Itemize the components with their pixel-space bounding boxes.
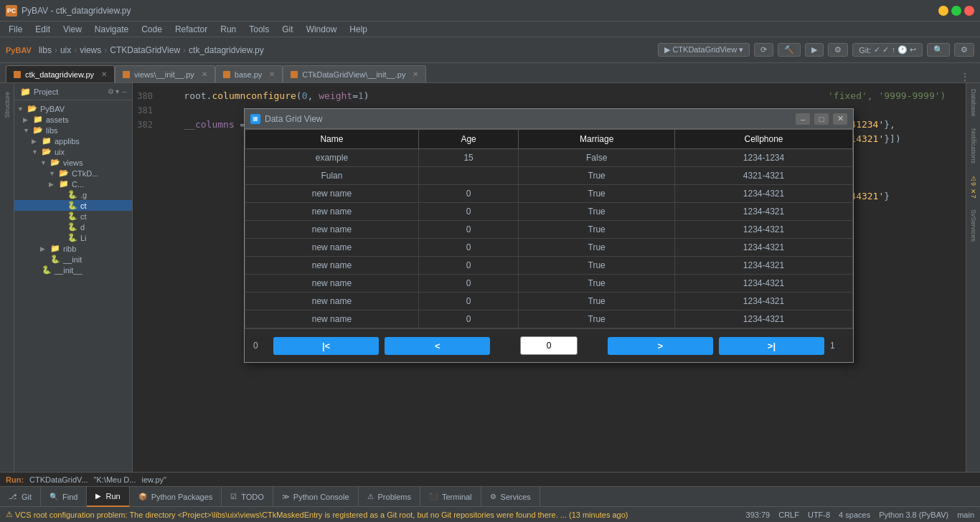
tab-ctk-datagridview[interactable]: ctk_datagridview.py ✕ [6,65,115,82]
bottom-tab-terminal[interactable]: ⬛ Terminal [420,487,481,507]
page-first-btn[interactable]: |< [273,337,379,355]
bottom-tab-git[interactable]: ⎇ Git [0,487,41,507]
sidebar-menu-btn[interactable]: ⚙ ▾ [108,87,120,95]
tab-views-init[interactable]: views\__init__.py ✕ [115,65,215,82]
cell-cellphone-8: 1234-4321 [675,293,853,310]
dialog-title-text: Data Grid View [265,114,791,124]
dialog-close-btn[interactable]: ✕ [833,113,847,125]
menu-window[interactable]: Window [301,23,343,36]
project-sidebar: 📁 Project ⚙ ▾ – ▼ 📂 PyBAV ▶ 📁 assets ▼ 📂… [14,83,133,472]
bottom-tab-run[interactable]: ▶ Run [87,487,129,507]
page-input[interactable] [520,336,578,355]
breadcrumb-uix[interactable]: uix [60,45,71,55]
bottom-tab-problems[interactable]: ⚠ Problems [359,487,420,507]
maximize-button[interactable] [951,6,961,16]
tab-ctk-init[interactable]: CTkDataGridView\__init__.py ✕ [283,65,426,82]
dialog-minimize-btn[interactable]: – [796,113,810,125]
menu-file[interactable]: File [3,23,28,36]
bottom-tab-python-console[interactable]: ≫ Python Console [273,487,359,507]
toolbar-run-btn[interactable]: ▶ [805,43,824,57]
tab-base[interactable]: base.py ✕ [215,65,283,82]
status-encoding[interactable]: UTF-8 [808,511,830,519]
menu-refactor[interactable]: Refactor [169,23,213,36]
title-bar: PC PyBAV - ctk_datagridview.py [0,0,980,22]
tree-init-file[interactable]: 🐍 __init [14,254,132,265]
tab-close-2[interactable]: ✕ [202,70,207,78]
status-user: main [957,511,974,519]
minimize-button[interactable] [938,6,948,16]
tab-more-btn[interactable]: ⋮ [956,71,974,82]
cell-age-5: 0 [418,239,518,257]
page-last-btn[interactable]: >| [719,337,824,355]
toolbar-settings-btn[interactable]: ⚙ [954,43,974,57]
page-next-btn[interactable]: > [608,337,713,355]
menu-help[interactable]: Help [344,23,373,36]
menu-git[interactable]: Git [276,23,298,36]
sidebar-collapse-btn[interactable]: – [122,87,126,95]
menu-code[interactable]: Code [136,23,168,36]
bottom-tab-git-label: Git [22,493,32,501]
tab-close-1[interactable]: ✕ [101,70,107,78]
tree-li-file[interactable]: 🐍 Li [14,232,132,243]
menu-navigate[interactable]: Navigate [89,23,134,36]
status-line-ending[interactable]: CRLF [778,511,799,519]
code-editor[interactable]: 380 root.columnconfigure(0, weight=1) 38… [133,83,966,472]
breadcrumb-ctk[interactable]: CTKDataGridView [110,45,180,55]
page-prev-btn[interactable]: < [385,337,490,355]
tree-views[interactable]: ▼ 📂 views [14,157,132,168]
run-config-btn[interactable]: ▶ CTKDataGridView ▾ [658,43,750,57]
breadcrumb-libs[interactable]: libs [39,45,52,55]
menu-tools[interactable]: Tools [243,23,275,36]
tree-uix[interactable]: ▼ 📂 uix [14,146,132,157]
breadcrumb-views[interactable]: views [80,45,101,55]
close-button[interactable] [964,6,974,16]
menu-edit[interactable]: Edit [29,23,56,36]
breadcrumb-file[interactable]: ctk_datagridview.py [189,45,264,55]
title-bar-controls[interactable] [938,6,974,16]
dialog-body: Name Age Marriage Cellphone example 15 F… [245,129,853,362]
toolbar-build-btn[interactable]: 🔨 [778,43,801,57]
cell-name-5: new name [245,239,419,257]
tree-init2-file[interactable]: 🐍 __init__ [14,265,132,275]
menu-view[interactable]: View [57,23,88,36]
tab-label-3: base.py [235,70,263,79]
tree-folder-uix: 📂 [42,147,52,156]
tree-assets[interactable]: ▶ 📁 assets [14,114,132,125]
tree-root[interactable]: ▼ 📂 PyBAV [14,103,132,114]
status-indent[interactable]: 4 spaces [839,511,870,519]
dialog-maximize-btn[interactable]: □ [814,113,829,125]
bottom-tab-find[interactable]: 🔍 Find [41,487,87,507]
tree-applibs-label: applibs [55,137,80,146]
bottom-tab-todo[interactable]: ☑ TODO [222,487,273,507]
tree-ctkd-sub1[interactable]: ▶ 📁 C... [14,179,132,189]
line-num-381: 381 [133,103,161,118]
toolbar-refresh-btn[interactable]: ⟳ [754,43,773,57]
tree-ct2-file[interactable]: 🐍 ct [14,211,132,222]
tree-d-file[interactable]: 🐍 d [14,222,132,232]
bottom-tab-console-label: Python Console [293,493,349,501]
tree-ctkd[interactable]: ▼ 📂 CTkD... [14,168,132,179]
tree-folder-views: 📂 [50,158,60,167]
tab-close-3[interactable]: ✕ [269,70,275,78]
tree-libs[interactable]: ▼ 📂 libs [14,125,132,136]
tree-ct-file-selected[interactable]: 🐍 ct [14,200,132,211]
tree-arrow-assets: ▶ [23,116,30,123]
git-status: ✓ ✓ ↑ 🕐 ↩ [874,45,916,54]
menu-run[interactable]: Run [215,23,242,36]
tree-init-label: __init [63,255,82,264]
bottom-tab-services[interactable]: ⚙ Services [481,487,540,507]
toolbar-search-btn[interactable]: 🔍 [927,43,950,57]
services-icon: ⚙ [490,493,496,500]
status-language[interactable]: Python 3.8 (PyBAV) [879,511,948,519]
tab-close-4[interactable]: ✕ [413,70,418,78]
tree-g-file[interactable]: 🐍 .g [14,189,132,200]
packages-icon: 📦 [138,493,147,500]
toolbar-debug-btn[interactable]: ⚙ [828,43,848,57]
bottom-tab-python-packages[interactable]: 📦 Python Packages [130,487,222,507]
tree-ribb[interactable]: ▶ 📁 ribb [14,243,132,254]
status-position[interactable]: 393:79 [746,511,771,519]
tree-arrow-sub1: ▶ [49,181,56,188]
page-input-wrap [496,336,601,355]
bottom-tab-problems-label: Problems [378,493,411,501]
tree-applibs[interactable]: ▶ 📁 applibs [14,136,132,146]
